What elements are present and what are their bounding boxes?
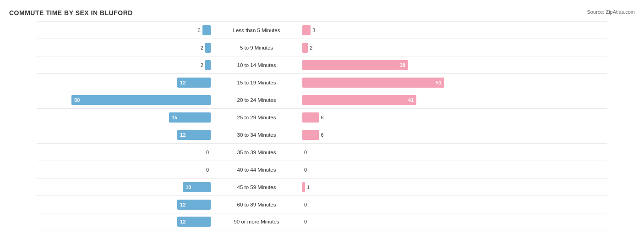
left-bar-area: 2 <box>37 56 211 73</box>
bar-female <box>302 25 311 35</box>
left-bar-area: 2 <box>37 39 211 56</box>
row-label: 45 to 59 Minutes <box>211 184 302 190</box>
bar-female: 38 <box>302 60 408 70</box>
chart-row: 0 40 to 44 Minutes 0 <box>37 161 607 178</box>
female-val-zero: 0 <box>304 219 312 224</box>
bar-male <box>205 60 211 70</box>
male-val-outside: 2 <box>195 62 203 68</box>
chart-row: 0 35 to 39 Minutes 0 <box>37 143 607 161</box>
female-val-inside: 41 <box>408 97 414 103</box>
right-bar-area: 41 <box>302 91 476 108</box>
row-label: 25 to 29 Minutes <box>211 115 302 120</box>
left-bar-area: 12 <box>37 126 211 143</box>
right-bar-area: 0 <box>302 213 476 230</box>
female-val-zero: 0 <box>304 150 312 155</box>
right-bar-area: 0 <box>302 144 476 161</box>
right-bar-area: 6 <box>302 126 476 143</box>
female-val-outside: 3 <box>312 28 321 33</box>
bar-male: 15 <box>169 112 211 123</box>
male-val-inside: 10 <box>186 184 191 190</box>
chart-row: 12 30 to 34 Minutes 6 <box>37 126 607 143</box>
bar-male: 50 <box>71 95 211 105</box>
female-val-zero: 0 <box>304 167 312 173</box>
bar-female: 51 <box>302 78 444 88</box>
right-bar-area: 3 <box>302 22 476 39</box>
right-bar-area: 0 <box>302 161 476 178</box>
male-val-zero: 0 <box>201 150 209 155</box>
female-val-inside: 51 <box>436 80 442 85</box>
right-bar-area: 1 <box>302 179 476 195</box>
row-label: 90 or more Minutes <box>211 219 302 224</box>
male-val-inside: 50 <box>74 97 80 103</box>
right-bar-area: 51 <box>302 74 476 91</box>
chart-row: 2 10 to 14 Minutes 38 <box>37 56 607 73</box>
chart-area: 3 Less than 5 Minutes 3 2 <box>9 21 635 240</box>
female-val-outside: 6 <box>321 132 329 138</box>
left-bar-area: 0 <box>37 161 211 178</box>
male-val-outside: 2 <box>195 45 203 50</box>
bar-male: 12 <box>177 78 211 88</box>
chart-row: 50 20 to 24 Minutes 41 <box>37 91 607 108</box>
source-label: Source: ZipAtlas.com <box>587 9 635 15</box>
row-label: 10 to 14 Minutes <box>211 62 302 68</box>
male-val-inside: 15 <box>172 115 177 120</box>
row-label: 60 to 89 Minutes <box>211 202 302 207</box>
male-val-inside: 12 <box>180 219 186 224</box>
bar-male: 12 <box>177 217 211 227</box>
bar-female <box>302 182 305 192</box>
bar-male <box>205 43 211 53</box>
right-bar-area: 6 <box>302 109 476 126</box>
female-val-outside: 6 <box>321 115 329 120</box>
chart-row: 15 25 to 29 Minutes 6 <box>37 108 607 126</box>
chart-row: 2 5 to 9 Minutes 2 <box>37 39 607 56</box>
chart-row: 10 45 to 59 Minutes 1 <box>37 178 607 195</box>
female-val-outside: 2 <box>310 45 318 50</box>
bar-female <box>302 112 319 123</box>
male-val-inside: 12 <box>180 132 186 138</box>
left-bar-area: 12 <box>37 74 211 91</box>
right-bar-area: 38 <box>302 56 476 73</box>
right-bar-area: 0 <box>302 196 476 213</box>
left-bar-area: 12 <box>37 213 211 230</box>
bar-male: 10 <box>183 182 211 192</box>
left-bar-area: 0 <box>37 144 211 161</box>
row-label: 5 to 9 Minutes <box>211 45 302 50</box>
row-label: 35 to 39 Minutes <box>211 150 302 155</box>
left-bar-area: 50 <box>37 91 211 108</box>
chart-container: COMMUTE TIME BY SEX IN BLUFORD Source: Z… <box>9 9 635 240</box>
bar-male <box>202 25 211 35</box>
row-label: 20 to 24 Minutes <box>211 97 302 103</box>
bar-female: 41 <box>302 95 416 105</box>
row-label: 40 to 44 Minutes <box>211 167 302 173</box>
chart-row: 12 15 to 19 Minutes 51 <box>37 73 607 91</box>
row-label: 30 to 34 Minutes <box>211 132 302 138</box>
female-val-zero: 0 <box>304 202 312 207</box>
bar-male: 12 <box>177 200 211 210</box>
bar-female <box>302 130 319 140</box>
female-val-inside: 38 <box>400 62 405 68</box>
male-val-inside: 12 <box>180 202 186 207</box>
left-bar-area: 10 <box>37 179 211 195</box>
row-label: 15 to 19 Minutes <box>211 80 302 85</box>
bar-male: 12 <box>177 130 211 140</box>
left-bar-area: 15 <box>37 109 211 126</box>
chart-row: 3 Less than 5 Minutes 3 <box>37 21 607 39</box>
male-val-inside: 12 <box>180 80 186 85</box>
left-bar-area: 3 <box>37 22 211 39</box>
male-val-zero: 0 <box>201 167 209 173</box>
male-val-outside: 3 <box>192 28 201 33</box>
chart-row: 12 90 or more Minutes 0 <box>37 213 607 230</box>
chart-title: COMMUTE TIME BY SEX IN BLUFORD <box>9 9 635 17</box>
right-bar-area: 2 <box>302 39 476 56</box>
row-label: Less than 5 Minutes <box>211 28 302 33</box>
left-bar-area: 12 <box>37 196 211 213</box>
chart-row: 12 60 to 89 Minutes 0 <box>37 195 607 213</box>
bar-female <box>302 43 308 53</box>
female-val-outside: 1 <box>307 184 315 190</box>
